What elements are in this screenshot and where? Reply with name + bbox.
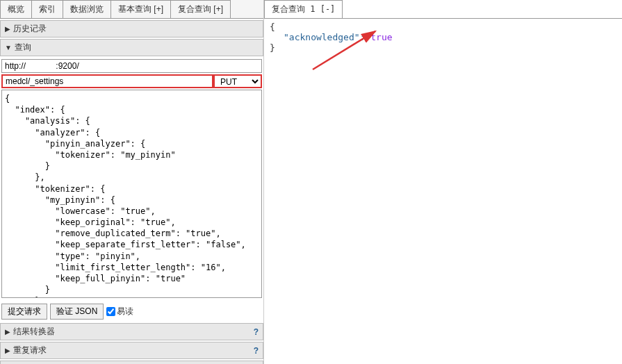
tab-index[interactable]: 索引 <box>31 0 63 18</box>
chevron-right-icon: ▶ <box>5 347 10 354</box>
help-icon[interactable]: ? <box>254 346 259 356</box>
json-brace: } <box>270 42 616 53</box>
section-transformer[interactable]: ▶ 结果转换器 ? <box>0 323 263 340</box>
json-brace: { <box>270 22 616 32</box>
tab-basic-query[interactable]: 基本查询 [+] <box>111 0 171 18</box>
result-tab[interactable]: 复合查询 1 [-] <box>264 0 343 18</box>
validate-json-button[interactable]: 验证 JSON <box>50 304 104 320</box>
response-body: { "acknowledged": true } <box>270 22 616 53</box>
section-repeat[interactable]: ▶ 重复请求 ? <box>0 342 263 359</box>
help-icon[interactable]: ? <box>254 327 259 337</box>
readable-checkbox[interactable] <box>106 307 115 316</box>
chevron-right-icon: ▶ <box>5 25 10 33</box>
json-value: true <box>370 32 392 42</box>
chevron-down-icon: ▼ <box>5 44 12 51</box>
http-method-select[interactable]: PUT <box>213 74 262 88</box>
json-key: "acknowledged": <box>284 32 370 42</box>
server-url-input[interactable] <box>1 59 262 73</box>
path-input[interactable] <box>1 74 213 88</box>
section-query-label: 查询 <box>15 42 31 53</box>
tab-compound-query[interactable]: 复合查询 [+] <box>170 0 231 18</box>
submit-button[interactable]: 提交请求 <box>1 304 47 320</box>
section-history[interactable]: ▶ 历史记录 <box>0 20 263 38</box>
readable-label: 易读 <box>117 306 133 317</box>
tab-overview[interactable]: 概览 <box>0 0 32 18</box>
readable-checkbox-wrap[interactable]: 易读 <box>106 306 133 317</box>
main-tabs: 概览 索引 数据浏览 基本查询 [+] 复合查询 [+] <box>0 0 263 19</box>
section-transformer-label: 结果转换器 <box>13 326 55 338</box>
section-history-label: 历史记录 <box>13 23 47 35</box>
section-query[interactable]: ▼ 查询 <box>0 39 263 56</box>
request-body-textarea[interactable] <box>1 90 262 298</box>
chevron-right-icon: ▶ <box>5 328 10 336</box>
tab-browse[interactable]: 数据浏览 <box>63 0 111 18</box>
section-repeat-label: 重复请求 <box>13 345 47 356</box>
section-display[interactable]: ▶ 显示选项 ? <box>0 361 263 364</box>
